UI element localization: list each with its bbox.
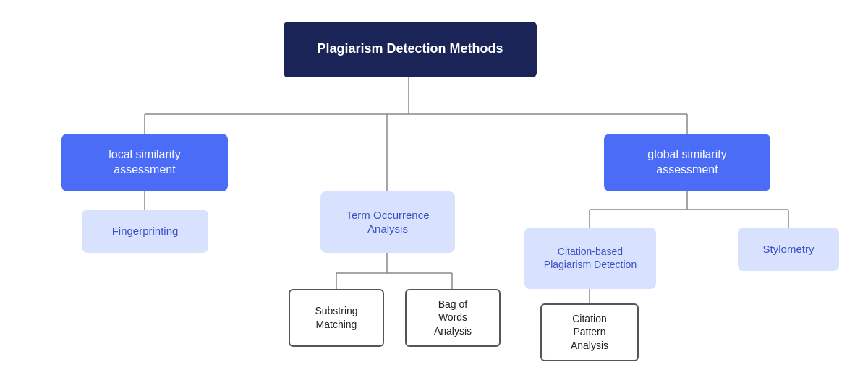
citation-based-node: Citation-based Plagiarism Detection (524, 228, 656, 289)
substring-matching-node: Substring Matching (289, 289, 384, 347)
global-similarity-node: global similarity assessment (604, 134, 770, 191)
bag-of-words-node: Bag of Words Analysis (405, 289, 501, 347)
diagram: Plagiarism Detection Methods local simil… (18, 7, 850, 368)
citation-pattern-node: Citation Pattern Analysis (540, 303, 639, 361)
local-similarity-node: local similarity assessment (61, 134, 228, 191)
fingerprinting-node: Fingerprinting (82, 210, 208, 253)
term-occurrence-node: Term Occurrence Analysis (320, 191, 455, 253)
stylometry-node: Stylometry (738, 228, 839, 271)
root-node: Plagiarism Detection Methods (284, 22, 537, 77)
